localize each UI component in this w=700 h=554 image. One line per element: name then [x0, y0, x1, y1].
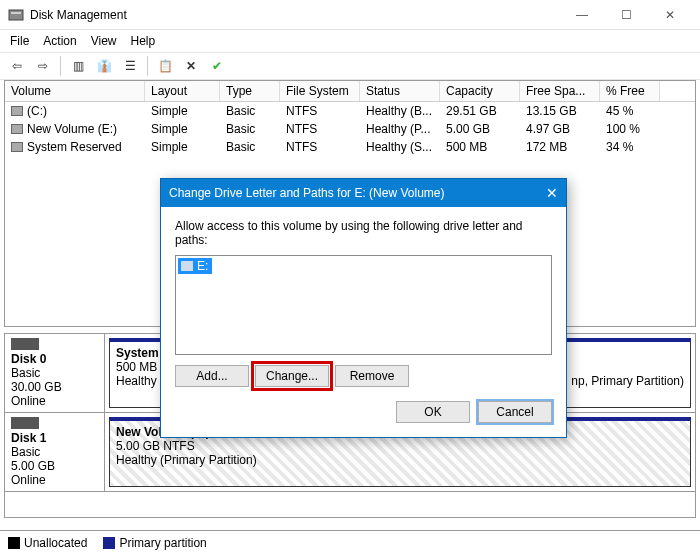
col-status[interactable]: Status	[360, 81, 440, 101]
dialog-close-icon[interactable]: ✕	[538, 185, 566, 201]
table-row[interactable]: New Volume (E:) SimpleBasic NTFSHealthy …	[5, 120, 695, 138]
table-row[interactable]: System Reserved SimpleBasic NTFSHealthy …	[5, 138, 695, 156]
delete-icon[interactable]: ✕	[180, 55, 202, 77]
col-type[interactable]: Type	[220, 81, 280, 101]
col-layout[interactable]: Layout	[145, 81, 220, 101]
menu-file[interactable]: File	[10, 34, 29, 48]
volume-icon	[11, 142, 23, 152]
ok-button[interactable]: OK	[396, 401, 470, 423]
toolbar-icon-3[interactable]: ☰	[119, 55, 141, 77]
col-fs[interactable]: File System	[280, 81, 360, 101]
svg-rect-1	[11, 12, 21, 14]
disk-header[interactable]: Disk 1 Basic 5.00 GB Online	[5, 413, 105, 491]
disk-icon	[11, 417, 39, 429]
add-button[interactable]: Add...	[175, 365, 249, 387]
dialog-prompt: Allow access to this volume by using the…	[175, 219, 552, 247]
volume-icon	[11, 106, 23, 116]
col-volume[interactable]: Volume	[5, 81, 145, 101]
svg-rect-0	[9, 10, 23, 20]
minimize-button[interactable]: —	[560, 0, 604, 30]
change-button[interactable]: Change...	[255, 365, 329, 387]
menu-action[interactable]: Action	[43, 34, 76, 48]
drive-icon	[181, 261, 193, 271]
volume-icon	[11, 124, 23, 134]
maximize-button[interactable]: ☐	[604, 0, 648, 30]
cancel-button[interactable]: Cancel	[478, 401, 552, 423]
disk-icon	[11, 338, 39, 350]
disk-mgmt-icon	[8, 7, 24, 23]
table-row[interactable]: (C:) SimpleBasic NTFSHealthy (B... 29.51…	[5, 102, 695, 120]
swatch-unallocated	[8, 537, 20, 549]
col-capacity[interactable]: Capacity	[440, 81, 520, 101]
dialog-title: Change Drive Letter and Paths for E: (Ne…	[169, 186, 538, 200]
forward-icon[interactable]: ⇨	[32, 55, 54, 77]
back-icon[interactable]: ⇦	[6, 55, 28, 77]
menu-view[interactable]: View	[91, 34, 117, 48]
paths-listbox[interactable]: E:	[175, 255, 552, 355]
window-title: Disk Management	[30, 8, 560, 22]
change-drive-letter-dialog: Change Drive Letter and Paths for E: (Ne…	[160, 178, 567, 438]
swatch-primary	[103, 537, 115, 549]
toolbar-icon-1[interactable]: ▥	[67, 55, 89, 77]
toolbar-icon-4[interactable]: 📋	[154, 55, 176, 77]
close-button[interactable]: ✕	[648, 0, 692, 30]
col-pct[interactable]: % Free	[600, 81, 660, 101]
disk-header[interactable]: Disk 0 Basic 30.00 GB Online	[5, 334, 105, 412]
list-item[interactable]: E:	[178, 258, 212, 274]
remove-button[interactable]: Remove	[335, 365, 409, 387]
toolbar-icon-2[interactable]: 👔	[93, 55, 115, 77]
col-free[interactable]: Free Spa...	[520, 81, 600, 101]
menu-help[interactable]: Help	[131, 34, 156, 48]
check-icon[interactable]: ✔	[206, 55, 228, 77]
